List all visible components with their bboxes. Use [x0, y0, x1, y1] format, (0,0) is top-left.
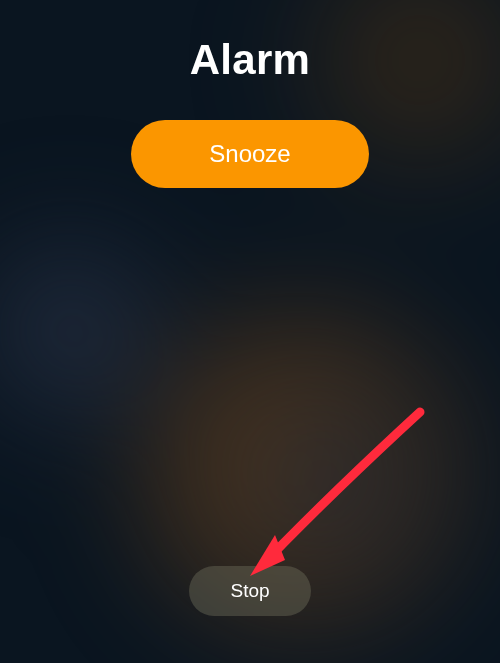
stop-button[interactable]: Stop [189, 566, 311, 616]
snooze-button[interactable]: Snooze [131, 120, 369, 188]
alarm-title: Alarm [190, 36, 311, 84]
